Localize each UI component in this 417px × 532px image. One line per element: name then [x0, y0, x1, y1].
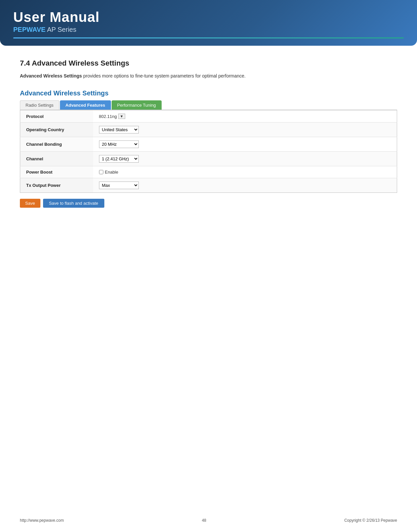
row-label-tx-output-power: Tx Output Power: [20, 178, 93, 193]
power-boost-label-text: Enable: [105, 170, 118, 175]
row-value-tx-output-power: Max: [93, 178, 397, 193]
row-label-operating-country: Operating Country: [20, 123, 93, 137]
channel-bonding-select[interactable]: 20 MHz: [99, 140, 139, 148]
table-row: Channel Bonding 20 MHz: [20, 137, 397, 152]
series-name: AP Series: [45, 26, 76, 33]
protocol-value: 802.11ng ▼: [99, 114, 391, 119]
protocol-dropdown-icon[interactable]: ▼: [118, 114, 125, 119]
table-row: Power Boost Enable: [20, 166, 397, 178]
table-row: Tx Output Power Max: [20, 178, 397, 193]
section-desc-rest: provides more options to fine-tune syste…: [82, 73, 245, 79]
footer-url: http://www.pepwave.com: [20, 518, 64, 523]
row-label-channel-bonding: Channel Bonding: [20, 137, 93, 152]
brand-name: PEPWAVE: [13, 26, 45, 33]
section-description: Advanced Wireless Settings provides more…: [20, 72, 397, 80]
section-heading: 7.4 Advanced Wireless Settings: [20, 59, 397, 68]
tab-advanced-features[interactable]: Advanced Features: [60, 100, 111, 110]
save-flash-button[interactable]: Save to flash and activate: [43, 199, 104, 208]
table-row: Operating Country United States: [20, 123, 397, 137]
row-value-protocol: 802.11ng ▼: [93, 110, 397, 123]
power-boost-checkbox[interactable]: [99, 170, 103, 174]
row-label-channel: Channel: [20, 152, 93, 166]
tab-performance-tuning[interactable]: Performance Tuning: [112, 100, 162, 110]
header-title: User Manual: [13, 9, 404, 25]
row-label-power-boost: Power Boost: [20, 166, 93, 178]
page-header: User Manual PEPWAVE AP Series: [0, 0, 417, 46]
footer-copyright: Copyright © 2/26/13 Pepwave: [344, 518, 397, 523]
section-desc-bold: Advanced Wireless Settings: [20, 73, 82, 79]
header-subtitle: PEPWAVE AP Series: [13, 26, 404, 33]
tabs-container: Radio Settings Advanced Features Perform…: [20, 100, 397, 110]
channel-select[interactable]: 1 (2.412 GHz): [99, 155, 139, 163]
main-content: 7.4 Advanced Wireless Settings Advanced …: [0, 46, 417, 228]
button-row: Save Save to flash and activate: [20, 199, 397, 208]
operating-country-select[interactable]: United States: [99, 126, 139, 133]
protocol-text: 802.11ng: [99, 114, 117, 119]
table-row: Channel 1 (2.412 GHz): [20, 152, 397, 166]
tab-radio-settings[interactable]: Radio Settings: [20, 100, 59, 110]
page-footer: http://www.pepwave.com 48 Copyright © 2/…: [0, 518, 417, 523]
row-value-power-boost: Enable: [93, 166, 397, 178]
row-value-channel: 1 (2.412 GHz): [93, 152, 397, 166]
tx-output-power-select[interactable]: Max: [99, 182, 139, 189]
row-value-channel-bonding: 20 MHz: [93, 137, 397, 152]
power-boost-checkbox-label[interactable]: Enable: [99, 170, 391, 175]
footer-page-number: 48: [202, 518, 206, 523]
accent-line: [13, 37, 404, 38]
save-button[interactable]: Save: [20, 199, 40, 208]
settings-box-title: Advanced Wireless Settings: [20, 89, 397, 97]
settings-table: Protocol 802.11ng ▼ Operating Country Un…: [20, 110, 397, 193]
row-label-protocol: Protocol: [20, 110, 93, 123]
row-value-operating-country: United States: [93, 123, 397, 137]
table-row: Protocol 802.11ng ▼: [20, 110, 397, 123]
